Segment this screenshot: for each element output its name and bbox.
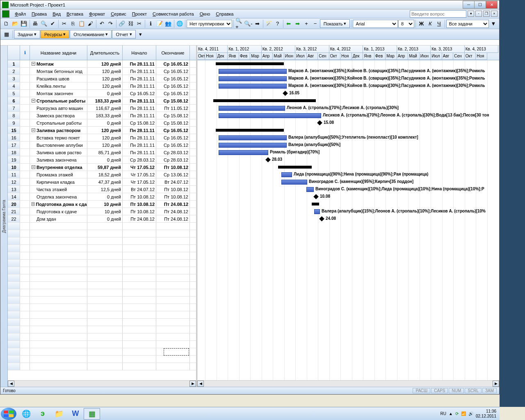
indicator-cell[interactable] <box>20 223 30 230</box>
indicator-cell[interactable] <box>20 97 30 104</box>
indicator-cell[interactable] <box>20 237 30 244</box>
row-number[interactable]: 22 <box>8 215 20 222</box>
table-row[interactable]: 2Монтаж бетонных изд120 днейПн 28.11.11С… <box>8 68 196 75</box>
row-number[interactable]: 18 <box>8 149 20 156</box>
duration-cell[interactable]: 120 дней <box>87 68 123 75</box>
row-number[interactable] <box>8 297 20 304</box>
unlink-icon[interactable]: ⛓ <box>126 19 135 28</box>
row-number[interactable] <box>8 260 20 267</box>
row-number[interactable] <box>8 341 20 348</box>
table-row[interactable] <box>8 297 196 304</box>
duration-cell[interactable] <box>87 363 123 370</box>
help-dropdown-button[interactable]: ▾ <box>468 11 474 17</box>
table-row[interactable] <box>8 223 196 230</box>
duration-cell[interactable]: 183,33 дней <box>87 112 123 119</box>
duration-cell[interactable]: 120 дней <box>87 134 123 141</box>
start-cell[interactable]: Чт 17.05.12 <box>123 164 156 171</box>
task-name-cell[interactable]: Клейка ленты <box>30 82 87 89</box>
task-name-cell[interactable] <box>30 289 87 296</box>
table-row[interactable]: 5Монтаж закончен0 днейСр 16.05.12Ср 16.0… <box>8 90 196 97</box>
table-row[interactable]: 13Чистка этажей12,5 днейВт 24.07.12Пт 10… <box>8 186 196 193</box>
start-cell[interactable]: Пн 28.11.11 <box>123 82 156 89</box>
end-cell[interactable] <box>156 333 190 340</box>
end-cell[interactable] <box>156 252 190 259</box>
open-icon[interactable]: 📂 <box>11 19 20 28</box>
task-name-cell[interactable]: Подготовка к сдаче <box>30 208 87 215</box>
tasks-view-button[interactable]: Задачи ▾ <box>14 30 40 39</box>
table-row[interactable]: 6−Стропальные работы183,33 днейПн 28.11.… <box>8 97 196 105</box>
duration-cell[interactable]: 183,33 дней <box>87 97 123 104</box>
row-number[interactable]: 19 <box>8 156 20 163</box>
paste-icon[interactable]: 📋 <box>78 19 86 28</box>
duration-cell[interactable]: 120 дней <box>87 127 123 134</box>
duration-cell[interactable]: 0 дней <box>87 215 123 222</box>
task-bar[interactable] <box>281 180 307 185</box>
start-cell[interactable]: Пн 28.11.11 <box>123 134 156 141</box>
start-cell[interactable]: Пн 28.11.11 <box>123 149 156 156</box>
row-number[interactable] <box>8 326 20 333</box>
quarter-header[interactable]: Кв. 4, 2012 <box>329 46 363 53</box>
month-header[interactable]: Мар <box>386 53 397 60</box>
table-row[interactable] <box>8 319 196 326</box>
duration-cell[interactable] <box>87 267 123 274</box>
zoom-out-icon[interactable]: 🔍- <box>244 19 253 28</box>
copy-icon[interactable]: ⎘ <box>68 19 77 28</box>
notes-icon[interactable]: 📝 <box>155 19 164 28</box>
duration-cell[interactable] <box>87 333 123 340</box>
print-icon[interactable]: 🖶 <box>31 19 39 28</box>
end-cell[interactable] <box>156 356 190 363</box>
end-cell[interactable] <box>156 304 190 311</box>
end-cell[interactable]: Пт 10.08.12 <box>156 164 190 171</box>
duration-cell[interactable] <box>87 348 123 355</box>
task-bar[interactable] <box>219 76 287 81</box>
start-cell[interactable] <box>123 267 156 274</box>
row-number[interactable]: 9 <box>8 119 20 126</box>
duration-cell[interactable] <box>87 326 123 333</box>
taskbar-word-icon[interactable]: W <box>67 408 84 420</box>
start-cell[interactable] <box>123 319 156 326</box>
row-number[interactable] <box>8 363 20 370</box>
end-cell[interactable]: Ср 28.03.12 <box>156 156 190 163</box>
indicator-cell[interactable] <box>20 178 30 185</box>
end-cell[interactable]: Ср 15.08.12 <box>156 119 190 126</box>
milestone-icon[interactable] <box>317 120 322 126</box>
outdent-icon[interactable]: ⬅ <box>285 19 293 28</box>
quarter-header[interactable]: Кв. 4, 2011 <box>197 46 228 53</box>
doc-close-button[interactable]: × <box>491 11 498 17</box>
duration-cell[interactable]: 0 дней <box>87 156 123 163</box>
row-number[interactable] <box>8 230 20 237</box>
task-bar[interactable] <box>281 172 292 177</box>
duration-cell[interactable] <box>87 319 123 326</box>
start-cell[interactable]: Пт 10.08.12 <box>123 193 156 200</box>
zoom-in-icon[interactable]: 🔍+ <box>235 19 244 28</box>
start-cell[interactable]: Пн 28.11.11 <box>123 60 156 67</box>
month-header[interactable]: Дек <box>217 53 228 60</box>
table-row[interactable] <box>8 252 196 260</box>
start-cell[interactable] <box>123 260 156 267</box>
formula-bar[interactable] <box>0 40 499 46</box>
table-row[interactable] <box>8 237 196 245</box>
month-header[interactable]: Янв <box>228 53 239 60</box>
menu-Файл[interactable]: Файл <box>12 11 29 17</box>
task-name-cell[interactable]: −Подготовка дома к сда <box>30 201 87 208</box>
task-name-cell[interactable]: −Внутренняя отделка <box>30 164 87 171</box>
indicator-cell[interactable] <box>20 134 30 141</box>
task-name-cell[interactable] <box>30 348 87 355</box>
task-name-cell[interactable]: Выстовление аплубки <box>30 142 87 148</box>
month-header[interactable]: Июн <box>420 53 431 60</box>
indicator-cell[interactable] <box>20 326 30 333</box>
menu-Сервис[interactable]: Сервис <box>108 11 129 17</box>
indicator-cell[interactable] <box>20 186 30 193</box>
duration-cell[interactable] <box>87 223 123 230</box>
duration-cell[interactable] <box>87 311 123 318</box>
table-row[interactable]: 15−Заливка раствором120 днейПн 28.11.11С… <box>8 127 196 134</box>
end-cell[interactable] <box>156 297 190 304</box>
format-painter-icon[interactable]: 🖌 <box>86 19 95 28</box>
duration-cell[interactable]: 120 дней <box>87 82 123 89</box>
month-header[interactable]: Дек <box>352 53 363 60</box>
row-number[interactable] <box>8 282 20 289</box>
table-row[interactable] <box>8 267 196 274</box>
scroll-right-button[interactable]: ▶ <box>189 381 196 387</box>
month-header[interactable]: Апр <box>262 53 273 60</box>
menu-Проект[interactable]: Проект <box>129 11 150 17</box>
